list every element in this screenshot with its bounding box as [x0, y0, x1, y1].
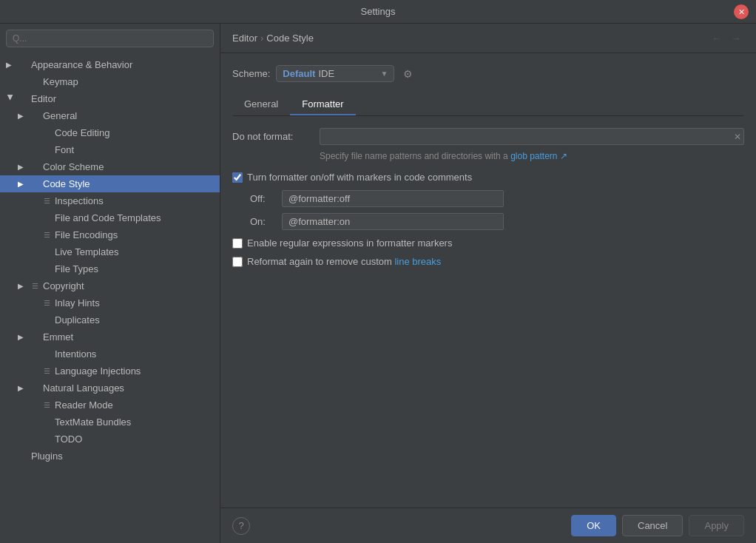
sidebar-item-code-style[interactable]: ▶Code Style — [0, 175, 220, 192]
tree-arrow: ▶ — [18, 333, 27, 341]
scheme-dropdown[interactable]: Default IDE ▼ — [276, 65, 394, 82]
tab-general[interactable]: General — [232, 94, 290, 115]
sidebar-item-label: File Types — [55, 263, 98, 274]
sidebar-item-label: Inspections — [55, 195, 104, 206]
sidebar-item-emmet[interactable]: ▶Emmet — [0, 328, 220, 345]
formatter-section: Do not format: ✕ Specify file name patte… — [232, 128, 744, 267]
tree-arrow: ▶ — [18, 384, 27, 392]
sidebar-item-file-encodings[interactable]: ☰File Encodings — [0, 226, 220, 243]
apply-button[interactable]: Apply — [689, 515, 744, 536]
formatter-toggle-checkbox[interactable] — [232, 172, 243, 183]
sidebar-item-label: Language Injections — [55, 365, 141, 377]
sidebar-item-label: File Encodings — [55, 229, 118, 240]
regex-checkbox-row: Enable regular expressions in formatter … — [232, 237, 744, 249]
reformat-checkbox[interactable] — [232, 257, 243, 267]
sidebar-item-file-types[interactable]: File Types — [0, 260, 220, 277]
sidebar-item-keymap[interactable]: Keymap — [0, 73, 220, 90]
close-button[interactable]: ✕ — [734, 4, 749, 19]
do-not-format-input-wrapper: ✕ — [320, 128, 744, 145]
cancel-button[interactable]: Cancel — [622, 515, 683, 536]
do-not-format-input[interactable] — [320, 128, 744, 145]
sidebar-item-code-editing[interactable]: Code Editing — [0, 124, 220, 141]
do-not-format-label: Do not format: — [232, 128, 314, 142]
glob-pattern-link[interactable]: glob pattern ↗ — [510, 151, 567, 161]
sidebar-tree: ▶Appearance & BehaviorKeymap▶Editor▶Gene… — [0, 53, 220, 543]
sidebar-item-label: Font — [55, 144, 74, 155]
window-title: Settings — [361, 6, 396, 17]
reformat-checkbox-row: Reformat again to remove custom line bre… — [232, 256, 744, 267]
panel-body: Scheme: Default IDE ▼ ⚙ GeneralFormatter… — [220, 53, 756, 507]
sidebar-item-duplicates[interactable]: Duplicates — [0, 311, 220, 328]
sidebar-item-live-templates[interactable]: Live Templates — [0, 243, 220, 260]
sidebar-item-textmate-bundles[interactable]: TextMate Bundles — [0, 414, 220, 431]
reformat-label: Reformat again to remove custom line bre… — [247, 256, 441, 267]
item-icon: ☰ — [41, 298, 52, 308]
hint-text-content: Specify file name patterns and directori… — [320, 151, 508, 161]
sidebar-item-label: Emmet — [43, 331, 73, 343]
nav-back-button[interactable]: ← — [709, 31, 725, 46]
off-row: Off: — [250, 190, 744, 207]
sidebar-item-label: Keymap — [43, 76, 78, 87]
sidebar-item-label: Inlay Hints — [55, 297, 100, 308]
line-breaks-link[interactable]: line breaks — [394, 256, 441, 267]
sidebar-item-plugins[interactable]: Plugins — [0, 448, 220, 465]
sidebar-item-label: Code Style — [43, 178, 90, 189]
on-input[interactable] — [282, 213, 504, 230]
hint-text: Specify file name patterns and directori… — [232, 151, 744, 161]
input-clear-icon[interactable]: ✕ — [734, 132, 741, 142]
sidebar-item-label: General — [43, 110, 77, 121]
sidebar-item-label: Editor — [31, 93, 56, 104]
nav-forward-button[interactable]: → — [728, 31, 744, 46]
sidebar-item-todo[interactable]: TODO — [0, 431, 220, 448]
settings-window: Settings ✕ ▶Appearance & BehaviorKeymap▶… — [0, 0, 756, 543]
tree-arrow: ▶ — [7, 95, 15, 104]
tab-formatter[interactable]: Formatter — [290, 94, 355, 115]
breadcrumb-current: Code Style — [266, 33, 314, 44]
formatter-markers-sub-form: Off: On: — [250, 190, 744, 230]
ok-button[interactable]: OK — [571, 515, 616, 536]
main-content: ▶Appearance & BehaviorKeymap▶Editor▶Gene… — [0, 24, 756, 543]
footer: ? OK Cancel Apply — [220, 507, 756, 543]
item-icon: ☰ — [30, 281, 40, 291]
search-input[interactable] — [6, 30, 214, 47]
sidebar-item-file-code-templates[interactable]: File and Code Templates — [0, 209, 220, 226]
breadcrumb-separator: › — [260, 33, 263, 44]
sidebar-item-label: File and Code Templates — [55, 212, 161, 223]
formatter-toggle-checkbox-row: Turn formatter on/off with markers in co… — [232, 172, 744, 183]
sidebar-item-language-injections[interactable]: ☰Language Injections — [0, 362, 220, 380]
regex-label: Enable regular expressions in formatter … — [247, 237, 452, 249]
sidebar-item-general[interactable]: ▶General — [0, 107, 220, 124]
gear-icon[interactable]: ⚙ — [403, 68, 413, 80]
on-row: On: — [250, 213, 744, 230]
sidebar-item-label: Duplicates — [55, 314, 100, 326]
sidebar-item-inspections[interactable]: ☰Inspections — [0, 192, 220, 209]
sidebar-item-color-scheme[interactable]: ▶Color Scheme — [0, 158, 220, 175]
scheme-label: Scheme: — [232, 68, 270, 79]
sidebar-item-copyright[interactable]: ▶☰Copyright — [0, 277, 220, 294]
sidebar-item-font[interactable]: Font — [0, 141, 220, 158]
sidebar-item-label: TextMate Bundles — [55, 416, 131, 428]
scheme-row: Scheme: Default IDE ▼ ⚙ — [232, 65, 744, 82]
tree-arrow: ▶ — [18, 180, 27, 188]
sidebar-item-label: Color Scheme — [43, 161, 104, 172]
sidebar-item-reader-mode[interactable]: ☰Reader Mode — [0, 397, 220, 414]
off-input[interactable] — [282, 190, 504, 207]
breadcrumb-nav: ← → — [709, 31, 744, 46]
sidebar-item-natural-languages[interactable]: ▶Natural Languages — [0, 380, 220, 397]
sidebar-item-appearance[interactable]: ▶Appearance & Behavior — [0, 56, 220, 73]
titlebar: Settings ✕ — [0, 0, 756, 24]
sidebar-item-intentions[interactable]: Intentions — [0, 345, 220, 362]
breadcrumb: Editor › Code Style ← → — [220, 24, 756, 53]
sidebar-item-inlay-hints[interactable]: ☰Inlay Hints — [0, 294, 220, 311]
scheme-value: Default — [283, 68, 315, 79]
sidebar-item-label: TODO — [55, 434, 82, 445]
help-button[interactable]: ? — [232, 517, 250, 535]
tree-arrow: ▶ — [18, 112, 27, 120]
sidebar-item-editor[interactable]: ▶Editor — [0, 90, 220, 107]
sidebar-item-label: Appearance & Behavior — [31, 59, 132, 70]
sidebar-item-label: Plugins — [31, 451, 63, 462]
reformat-text-part1: Reformat again to remove custom — [247, 256, 394, 267]
sidebar: ▶Appearance & BehaviorKeymap▶Editor▶Gene… — [0, 24, 220, 543]
regex-checkbox[interactable] — [232, 238, 243, 249]
sidebar-item-label: Copyright — [43, 280, 84, 291]
